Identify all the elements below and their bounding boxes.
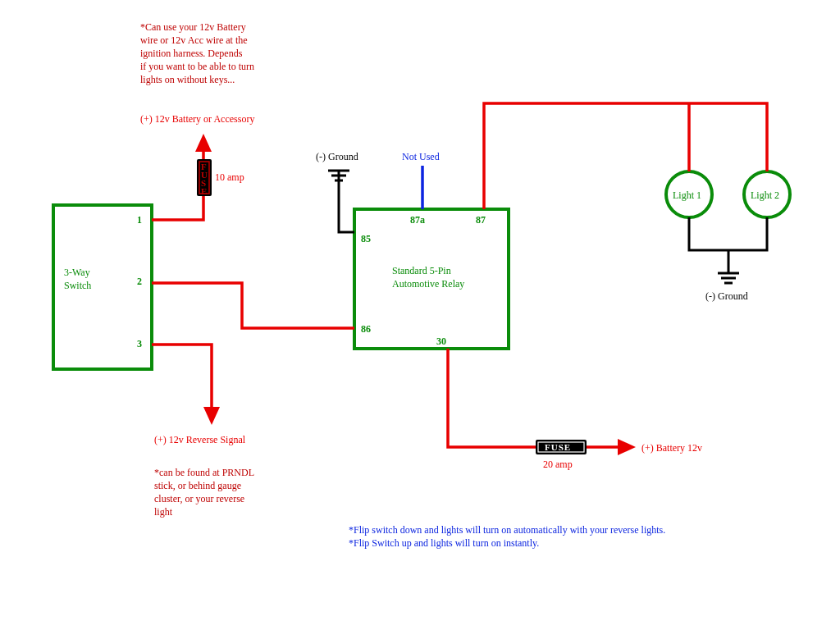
ground-icon-right [718,273,739,283]
relay-pin-30: 30 [436,336,446,347]
wire-relay87-to-lights [484,103,767,209]
relay-pin-87: 87 [476,214,486,226]
svg-text:*Flip switch down and lights w: *Flip switch down and lights will turn o… [349,524,665,536]
svg-text:light: light [154,506,173,518]
fuse-word: FUSE [545,442,571,452]
svg-text:*can be found at PRNDL: *can be found at PRNDL [154,467,254,478]
svg-text:stick, or behind gauge: stick, or behind gauge [154,480,241,491]
switch-pin-1: 1 [137,214,142,226]
fuse-10-label: 10 amp [215,171,244,183]
svg-text:E: E [201,186,207,196]
arrow-reverse [203,407,220,425]
svg-text:cluster, or your reverse: cluster, or your reverse [154,493,244,504]
wire-pin1-to-batt [152,148,203,220]
switch-title-2: Switch [64,280,91,291]
relay-pin-86: 86 [361,323,371,335]
note-reverse-source: *can be found at PRNDL stick, or behind … [154,467,254,518]
svg-text:ignition harness. Depends: ignition harness. Depends [140,48,243,59]
svg-text:*Flip Switch up and lights wil: *Flip Switch up and lights will turn on … [349,537,539,549]
wire-pin2-to-relay86 [152,283,354,328]
ground-left-label: (-) Ground [316,151,358,162]
wire-relay30-to-batt [448,349,622,447]
svg-text:if you want to be able to turn: if you want to be able to turn [140,61,254,72]
not-used-label: Not Used [402,151,440,162]
fuse-20-label: 20 amp [543,459,573,470]
reverse-signal-label: (+) 12v Reverse Signal [154,434,246,445]
svg-text:wire or 12v Acc wire at the: wire or 12v Acc wire at the [140,34,248,46]
relay-pin-87a: 87a [410,214,425,226]
arrow-batt-acc [195,134,212,152]
arrow-battery-12v [618,439,636,455]
light-1-label: Light 1 [673,189,701,201]
relay-pin-85: 85 [361,233,371,244]
relay-title-1: Standard 5-Pin [392,265,451,276]
relay-title-2: Automotive Relay [392,278,464,290]
svg-text:lights on without keys...: lights on without keys... [140,74,235,85]
battery-12v-label: (+) Battery 12v [641,442,702,454]
wire-pin3-down [152,345,212,410]
batt-or-acc-label: (+) 12v Battery or Accessory [140,113,254,125]
svg-text:*Can use your 12v Battery: *Can use your 12v Battery [140,21,246,33]
switch-pin-2: 2 [137,276,142,287]
note-switch-behavior: *Flip switch down and lights will turn o… [349,524,665,549]
switch-pin-3: 3 [137,338,142,349]
note-battery-source: *Can use your 12v Battery wire or 12v Ac… [140,21,254,85]
ground-right-label: (-) Ground [705,290,748,302]
light-2-label: Light 2 [751,189,779,201]
wire-lights-ground [689,217,767,273]
wiring-diagram: 3-Way Switch 1 2 3 Standard 5-Pin Automo… [0,0,840,630]
switch-title-1: 3-Way [64,267,90,278]
